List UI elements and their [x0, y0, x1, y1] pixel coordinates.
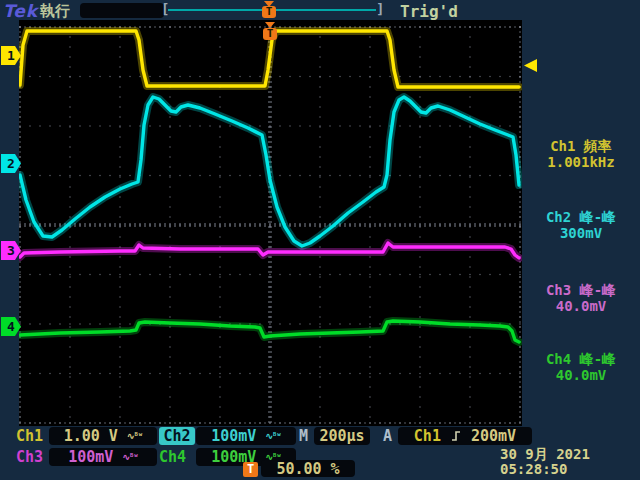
measurement-label: Ch3 峰-峰	[522, 282, 640, 298]
timebase-readout: 200µs	[314, 427, 370, 445]
trigger-level-arrow	[524, 59, 537, 72]
ch1-scale-readout: 1.00 V ∿ᴮʷ	[49, 427, 157, 445]
measurement-3: Ch3 峰-峰40.0mV	[522, 282, 640, 314]
ch1-coupling-bw-icons: ∿ᴮʷ	[127, 431, 142, 441]
waveform-display: T	[19, 20, 522, 426]
record-bracket-right: ]	[376, 1, 384, 17]
ch4-ground-marker: 4	[1, 317, 21, 336]
ch1-ground-marker: 1	[1, 46, 21, 65]
trigger-source-a-label: A	[383, 427, 392, 445]
ch2-ground-marker: 2	[1, 154, 21, 173]
ch3-scale-value: 100mV	[68, 448, 113, 466]
status-box	[80, 3, 164, 18]
timebase-label: M	[299, 427, 308, 445]
ch2-scale-readout: 100mV ∿ᴮʷ	[196, 427, 296, 445]
waveform-plot	[19, 20, 522, 426]
trigger-position-flag-icon: T	[262, 6, 276, 18]
acquisition-status: 執行	[40, 2, 70, 21]
ch2-coupling-bw-icons: ∿ᴮʷ	[265, 431, 280, 441]
ch2-label-selected: Ch2	[159, 427, 195, 445]
ch1-scale-value: 1.00 V	[64, 427, 118, 445]
measurement-2: Ch2 峰-峰300mV	[522, 209, 640, 241]
ch1-label: Ch1	[16, 427, 43, 445]
ch3-ground-marker: 3	[1, 241, 21, 260]
measurement-value: 40.0mV	[522, 367, 640, 383]
rising-edge-icon	[450, 430, 462, 442]
time-label: 05:28:50	[500, 461, 636, 477]
trigger-state-label: Trig'd	[400, 2, 458, 21]
measurement-1: Ch1 頻率1.001kHz	[522, 138, 640, 170]
ch3-coupling-bw-icons: ∿ᴮʷ	[122, 452, 137, 462]
measurement-label: Ch1 頻率	[522, 138, 640, 154]
oscilloscope-screen: Tek 執行 [ ] T Trig'd T 1234 Ch1 頻率1.001kH…	[0, 0, 640, 480]
measurement-4: Ch4 峰-峰40.0mV	[522, 351, 640, 383]
trigger-position-marker-icon: T	[263, 28, 277, 40]
measurement-value: 40.0mV	[522, 298, 640, 314]
trigger-position-percent: 50.00 %	[261, 460, 355, 477]
trigger-source: Ch1	[414, 427, 441, 445]
ch3-scale-readout: 100mV ∿ᴮʷ	[49, 448, 157, 466]
ch3-label: Ch3	[16, 448, 43, 466]
measurement-value: 1.001kHz	[522, 154, 640, 170]
trigger-t-icon: T	[243, 462, 258, 477]
measurement-label: Ch4 峰-峰	[522, 351, 640, 367]
measurement-label: Ch2 峰-峰	[522, 209, 640, 225]
trigger-readout: Ch1 200mV	[398, 427, 532, 445]
ch2-scale-value: 100mV	[211, 427, 256, 445]
ch4-label: Ch4	[159, 448, 186, 466]
tek-logo: Tek	[3, 1, 38, 21]
measurement-value: 300mV	[522, 225, 640, 241]
trigger-level: 200mV	[471, 427, 516, 445]
